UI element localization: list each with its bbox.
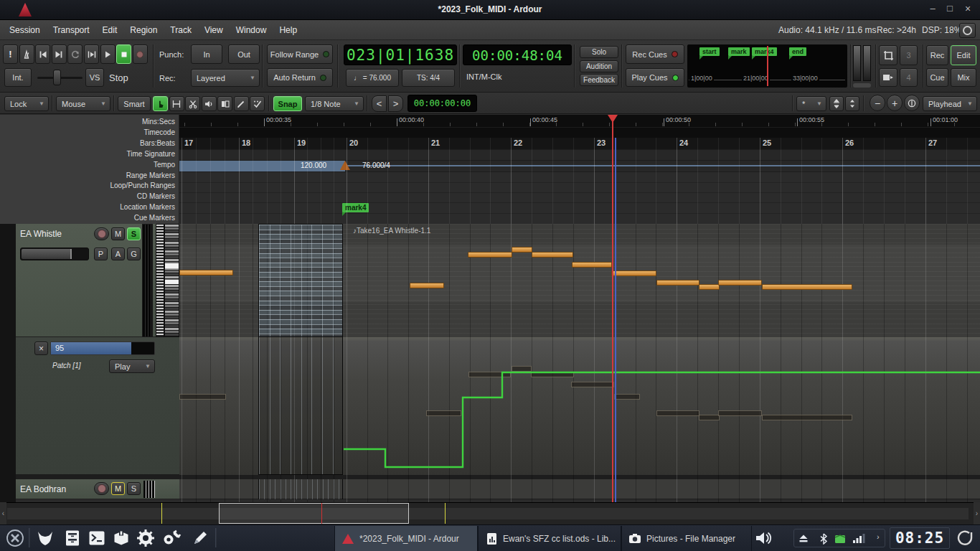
menu-item-window[interactable]: Window xyxy=(230,21,273,39)
zoom-to-session-button[interactable] xyxy=(904,95,920,111)
menu-item-edit[interactable]: Edit xyxy=(96,21,124,39)
punch-in-button[interactable]: In xyxy=(191,44,222,64)
tool-audition-button[interactable] xyxy=(202,96,217,111)
track1-solo-button[interactable]: S xyxy=(127,227,141,240)
nudge-forward-button[interactable]: > xyxy=(388,95,403,112)
play-cues-button[interactable]: Play Cues xyxy=(626,68,684,87)
tool-content-button[interactable] xyxy=(250,96,265,111)
menu-item-transport[interactable]: Transport xyxy=(47,21,96,39)
summary-scroll-right[interactable]: › xyxy=(974,502,980,524)
snap-button[interactable]: Snap xyxy=(273,96,302,111)
taskbar-window-2[interactable]: Ewan's SFZ cc list.ods - Lib... xyxy=(478,526,621,551)
loop-button[interactable] xyxy=(67,44,83,64)
editor-visibility-button[interactable] xyxy=(879,45,897,65)
logout-button[interactable] xyxy=(956,529,974,547)
go-start-button[interactable] xyxy=(35,44,50,64)
midi-note[interactable] xyxy=(718,280,762,286)
launcher-tools[interactable] xyxy=(159,528,184,548)
mode-rec-button[interactable]: Rec xyxy=(926,45,948,65)
sync-source-button[interactable]: Int. xyxy=(4,68,32,87)
menu-item-track[interactable]: Track xyxy=(164,21,198,39)
tool-grab-button[interactable] xyxy=(153,96,168,111)
zoom-focus-mode-dropdown[interactable]: Playhead▼ xyxy=(923,96,977,111)
midi-note[interactable] xyxy=(699,284,720,290)
track1-gain-fader[interactable] xyxy=(20,248,89,260)
stop-button[interactable] xyxy=(116,44,131,64)
ruler-label-loop-punch-ranges[interactable]: Loop/Punch Ranges xyxy=(0,180,175,191)
track2-record-button[interactable] xyxy=(94,482,109,495)
taskbar-window-1[interactable]: *2023_Folk_MIDI - Ardour xyxy=(334,526,478,551)
expand-tracks-button[interactable] xyxy=(829,96,844,111)
tray-bluetooth-icon[interactable] xyxy=(819,533,828,547)
grid-unit-dropdown[interactable]: 1/8 Note▼ xyxy=(305,96,364,111)
tempo-button[interactable]: ♩ = 76.000 xyxy=(346,69,399,87)
mode-edit-button[interactable]: Edit xyxy=(951,45,976,65)
tray-volume-icon[interactable] xyxy=(755,530,773,549)
ruler-label-time-signature[interactable]: Time Signature xyxy=(0,149,175,159)
tool-cut-button[interactable] xyxy=(185,96,200,111)
midi-note[interactable] xyxy=(611,270,656,276)
record-button[interactable] xyxy=(133,44,148,64)
menu-item-region[interactable]: Region xyxy=(123,21,164,39)
mode-mix-button[interactable]: Mix xyxy=(951,68,976,87)
summary-scroll-left[interactable]: ‹ xyxy=(0,502,6,524)
primary-clock[interactable]: 023|01|1638 xyxy=(344,44,457,65)
minimize-button[interactable]: – xyxy=(926,3,939,16)
recorder-visibility-button[interactable] xyxy=(879,68,897,87)
follow-range-toggle[interactable]: Follow Range xyxy=(267,44,333,64)
lane-value-slider[interactable]: 95 xyxy=(50,342,155,355)
midi-note[interactable] xyxy=(410,283,444,288)
track-header-ea-whistle[interactable] xyxy=(16,224,179,337)
tray-eject-icon[interactable] xyxy=(798,533,809,546)
track1-group-button[interactable]: G xyxy=(127,248,141,260)
smart-mode-button[interactable]: Smart xyxy=(118,96,151,111)
launcher-file-cabinet[interactable] xyxy=(60,528,85,548)
track1-mute-button[interactable]: M xyxy=(111,227,125,240)
track1-record-button[interactable] xyxy=(94,227,109,240)
track1-automation-button[interactable]: A xyxy=(111,248,125,260)
ruler-label-range-markers[interactable]: Range Markers xyxy=(0,170,175,181)
monitor-feedback-button[interactable]: Feedback xyxy=(580,74,618,86)
midi-note[interactable] xyxy=(468,252,512,258)
tempo-marker-icon[interactable] xyxy=(340,161,350,170)
step-entry-grid[interactable] xyxy=(258,224,343,337)
shuttle-thumb[interactable] xyxy=(53,70,61,85)
lock-dropdown[interactable]: Lock▼ xyxy=(4,96,49,111)
launcher-settings[interactable] xyxy=(133,528,158,548)
taskbar-window-3[interactable]: Pictures - File Manager xyxy=(621,526,752,551)
tool-range-button[interactable] xyxy=(169,96,184,111)
midi-note[interactable] xyxy=(572,262,612,268)
menu-item-help[interactable]: Help xyxy=(273,21,303,39)
midi-note[interactable] xyxy=(512,247,532,253)
launcher-web-browser[interactable] xyxy=(33,528,57,548)
menu-item-view[interactable]: View xyxy=(198,21,230,39)
track-name-ea-bodhran[interactable]: EA Bodhran xyxy=(20,484,66,494)
ruler-label-tempo[interactable]: Tempo xyxy=(0,159,175,170)
varispeed-button[interactable]: VS xyxy=(85,68,104,87)
midi-note[interactable] xyxy=(762,284,852,290)
close-button[interactable]: × xyxy=(961,3,974,16)
tool-stretch-button[interactable] xyxy=(217,96,232,111)
zoom-out-button[interactable]: − xyxy=(870,95,885,111)
ruler-timecode[interactable] xyxy=(179,127,980,138)
ruler-label-bars-beats[interactable]: Bars:Beats xyxy=(0,138,175,149)
track2-solo-button[interactable]: S xyxy=(127,482,141,495)
menu-item-session[interactable]: Session xyxy=(3,21,47,39)
tool-draw-button[interactable] xyxy=(234,96,249,111)
track2-mute-button[interactable]: M xyxy=(111,482,125,495)
group-3-button[interactable]: 3 xyxy=(900,45,918,65)
launcher-pen[interactable] xyxy=(188,528,212,548)
ruler-minsec[interactable] xyxy=(179,115,980,127)
play-range-button[interactable] xyxy=(84,44,99,64)
launcher-whisker-menu[interactable] xyxy=(3,528,27,548)
auto-return-toggle[interactable]: Auto Return xyxy=(267,68,333,87)
track-name-ea-whistle[interactable]: EA Whistle xyxy=(20,229,62,239)
ruler-label-location-markers[interactable]: Location Markers xyxy=(0,202,175,212)
play-button[interactable] xyxy=(100,44,116,64)
zoom-in-button[interactable]: + xyxy=(887,95,903,111)
ruler-label-mins-secs[interactable]: Mins:Secs xyxy=(0,116,175,127)
secondary-clock[interactable]: 00:00:48:04 xyxy=(463,44,572,65)
shuttle-control[interactable] xyxy=(36,68,84,87)
mini-marker-mark[interactable]: mark xyxy=(728,47,750,56)
midi-note[interactable] xyxy=(532,252,573,258)
